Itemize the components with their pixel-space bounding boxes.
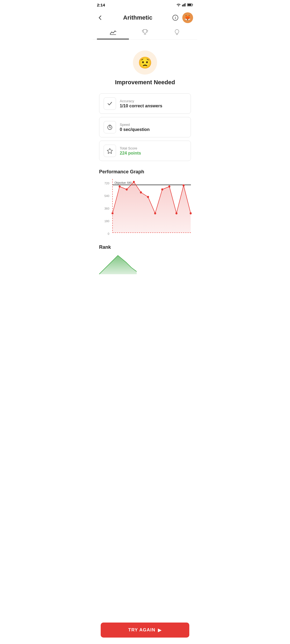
svg-text:i: i [175, 16, 176, 20]
stat-card-speed: Speed 0 sec/question [99, 117, 191, 137]
svg-point-31 [168, 185, 170, 188]
accuracy-info: Accuracy 1/10 correct answers [120, 99, 162, 108]
status-icons [176, 3, 193, 6]
tab-bulb[interactable] [161, 26, 193, 39]
y-label-720: 720 [104, 182, 109, 185]
header: Arithmetic i 🦊 [93, 10, 197, 26]
svg-marker-22 [113, 182, 191, 233]
result-icon-circle: 😟 [133, 50, 157, 75]
tab-bar [93, 26, 197, 40]
svg-point-29 [154, 212, 156, 214]
stat-card-accuracy: Accuracy 1/10 correct answers [99, 93, 191, 114]
try-again-icon: ▶ [158, 627, 162, 633]
rank-chart [99, 253, 191, 274]
y-label-0: 0 [108, 232, 109, 235]
accuracy-icon-box [104, 97, 116, 110]
status-bar: 2:14 [93, 0, 197, 10]
rank-chart-svg [99, 253, 137, 274]
tab-trophy[interactable] [129, 26, 161, 39]
accuracy-value: 1/10 correct answers [120, 104, 162, 108]
main-content: 😟 Improvement Needed Accuracy 1/10 corre… [93, 40, 197, 301]
page-title: Arithmetic [123, 14, 153, 21]
graph-svg-wrap: Objective: 640 [113, 179, 191, 234]
svg-rect-5 [193, 4, 193, 5]
y-label-360: 360 [104, 207, 109, 210]
avatar[interactable]: 🦊 [182, 12, 193, 23]
svg-point-33 [183, 184, 184, 186]
try-again-button[interactable]: TRY AGAIN ▶ [101, 623, 189, 638]
wifi-icon [176, 3, 181, 6]
svg-point-28 [147, 196, 149, 198]
svg-point-26 [133, 181, 135, 183]
info-button[interactable]: i [171, 13, 180, 23]
battery-icon [187, 3, 193, 6]
svg-rect-2 [184, 4, 185, 6]
score-icon-box [104, 145, 116, 157]
try-again-label: TRY AGAIN [128, 627, 155, 633]
graph-svg: Objective: 640 [113, 179, 191, 233]
svg-text:Objective: 640: Objective: 640 [114, 181, 132, 185]
svg-point-30 [161, 188, 163, 191]
stat-card-score: Total Score 224 points [99, 141, 191, 161]
svg-rect-3 [185, 3, 186, 6]
graph-container: 720 540 360 180 0 Objective: 640 [99, 179, 191, 238]
result-icon-wrap: 😟 [99, 50, 191, 75]
result-label: Improvement Needed [99, 79, 191, 86]
result-emoji: 😟 [138, 56, 152, 69]
graph-section-title: Performance Graph [99, 169, 191, 175]
svg-marker-17 [107, 148, 113, 153]
svg-rect-1 [183, 4, 184, 6]
speed-label: Speed [120, 123, 150, 127]
svg-marker-35 [99, 255, 137, 274]
score-label: Total Score [120, 146, 141, 150]
svg-rect-6 [188, 4, 191, 6]
back-button[interactable] [95, 13, 105, 23]
tab-chart[interactable] [97, 26, 129, 39]
svg-point-25 [126, 188, 128, 191]
score-value: 224 points [120, 151, 141, 156]
rank-section: Rank [99, 244, 191, 274]
y-axis: 720 540 360 180 0 [99, 182, 111, 235]
svg-point-34 [190, 212, 191, 214]
svg-rect-0 [182, 5, 183, 6]
speed-value: 0 sec/question [120, 127, 150, 132]
y-label-540: 540 [104, 194, 109, 197]
svg-point-27 [140, 191, 142, 193]
speed-icon-box [104, 121, 116, 133]
status-time: 2:14 [97, 3, 105, 7]
header-actions: i 🦊 [171, 12, 193, 23]
signal-icon [182, 3, 186, 6]
svg-point-32 [176, 212, 177, 214]
rank-title: Rank [99, 244, 191, 250]
svg-point-23 [111, 212, 113, 214]
speed-info: Speed 0 sec/question [120, 123, 150, 132]
stats-list: Accuracy 1/10 correct answers Speed 0 se… [99, 93, 191, 161]
accuracy-label: Accuracy [120, 99, 162, 103]
score-info: Total Score 224 points [120, 146, 141, 156]
y-label-180: 180 [104, 219, 109, 223]
svg-point-24 [119, 185, 121, 188]
svg-line-15 [110, 127, 111, 128]
